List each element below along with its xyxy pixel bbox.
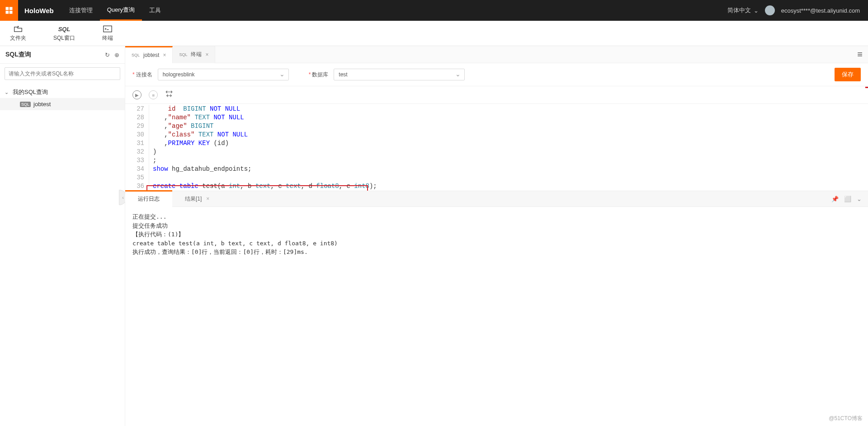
results-tab-label: 结果[1] [185, 195, 202, 203]
user-avatar[interactable] [765, 5, 775, 15]
top-bar: HoloWeb 连接管理Query查询工具 简体中文 ⌄ ecosyst****… [0, 0, 868, 21]
nav-item[interactable]: 工具 [142, 0, 168, 21]
app-logo[interactable] [0, 0, 18, 21]
results-tab[interactable]: 结果[1]× [172, 191, 222, 207]
format-icon[interactable] [165, 90, 173, 100]
line-gutter: 27282930313233343536 [125, 105, 149, 191]
editor-tab[interactable]: SQLjobtest× [125, 46, 173, 63]
code-editor[interactable]: 27282930313233343536 id BIGINT NOT NULL … [125, 103, 868, 191]
nav-item[interactable]: 连接管理 [62, 0, 100, 21]
add-icon[interactable]: ⊕ [114, 51, 119, 58]
database-label: *数据库 [309, 71, 329, 79]
connection-name-select[interactable]: hologresblink [158, 69, 289, 80]
tree-item-label: jobtest [33, 101, 51, 108]
results-toolbar: 📌⬜⌄ [831, 196, 868, 202]
top-right: 简体中文 ⌄ ecosyst****@test.aliyunid.com [727, 5, 868, 15]
toolbar-terminal-label: 终端 [102, 34, 113, 42]
main-area: SQL查询 ↻ ⊕ ⌄ 我的SQL查询 SQL jobtest ‹ SQLjob… [0, 46, 868, 426]
sidebar-title: SQL查询 [5, 51, 31, 59]
toolbar-sql-label: SQL窗口 [53, 34, 75, 42]
language-label: 简体中文 [727, 6, 751, 14]
tab-label: jobtest [143, 52, 159, 58]
sidebar-search-input[interactable] [5, 67, 120, 80]
svg-rect-1 [9, 7, 13, 10]
editor-tab[interactable]: SQL终端× [173, 46, 215, 63]
logo-icon [5, 6, 14, 15]
user-email: ecosyst****@test.aliyunid.com [781, 7, 860, 14]
results-tabs: 运行日志结果[1]×📌⬜⌄ [125, 191, 868, 207]
toolbar-folder[interactable]: 文件夹 [10, 24, 26, 42]
toolbar-sql-window[interactable]: SQL SQL窗口 [53, 24, 75, 42]
workspace-toolbar: 文件夹 SQL SQL窗口 终端 [0, 21, 868, 46]
save-button[interactable]: 保存 [835, 68, 861, 81]
code-content[interactable]: id BIGINT NOT NULL ,"name" TEXT NOT NULL… [149, 105, 868, 191]
tabs-menu-icon[interactable]: ≡ [852, 49, 868, 60]
tree-root-my-sql[interactable]: ⌄ 我的SQL查询 [5, 86, 120, 98]
connection-name-label: *连接名 [132, 71, 152, 79]
tab-label: 终端 [191, 51, 202, 58]
svg-rect-2 [6, 11, 9, 14]
collapse-icon[interactable]: ⌄ [857, 196, 862, 202]
results-tab-label: 运行日志 [138, 195, 160, 203]
terminal-icon [103, 24, 112, 33]
svg-rect-4 [104, 26, 112, 32]
sidebar-actions: ↻ ⊕ [105, 51, 119, 58]
top-nav: 连接管理Query查询工具 [62, 0, 168, 21]
refresh-icon[interactable]: ↻ [105, 51, 110, 58]
results-tab[interactable]: 运行日志 [125, 191, 172, 207]
sql-badge-icon: SQL [179, 52, 187, 57]
editor-tabs: SQLjobtest×SQL终端×≡ [125, 46, 868, 63]
close-icon[interactable]: × [163, 52, 166, 58]
sql-badge-icon: SQL [20, 102, 31, 107]
database-select[interactable]: test [334, 69, 465, 80]
svg-rect-0 [6, 7, 9, 10]
log-output: 正在提交... 提交任务成功 【执行代码：(1)】 create table t… [125, 207, 868, 426]
svg-rect-3 [9, 11, 13, 14]
editor-area: SQLjobtest×SQL终端×≡ *连接名 hologresblink *数… [125, 46, 868, 426]
toolbar-terminal[interactable]: 终端 [102, 24, 113, 42]
chevron-down-icon: ⌄ [5, 89, 10, 95]
sql-badge-icon: SQL [132, 53, 140, 57]
tree-item-jobtest[interactable]: SQL jobtest [0, 98, 125, 110]
sidebar: SQL查询 ↻ ⊕ ⌄ 我的SQL查询 SQL jobtest [0, 46, 125, 426]
chevron-down-icon: ⌄ [754, 7, 759, 14]
watermark: @51CTO博客 [829, 415, 863, 422]
toolbar-folder-label: 文件夹 [10, 34, 26, 42]
sidebar-header: SQL查询 ↻ ⊕ [0, 46, 125, 64]
run-button[interactable]: ▶ [132, 90, 142, 99]
stop-button[interactable]: ■ [149, 90, 158, 99]
sidebar-tree: ⌄ 我的SQL查询 SQL jobtest [0, 84, 125, 113]
expand-icon[interactable]: ⬜ [844, 196, 851, 202]
close-icon[interactable]: × [205, 51, 208, 58]
brand-name: HoloWeb [18, 7, 62, 14]
scroll-marker [865, 87, 868, 88]
editor-action-row: ▶ ■ [125, 86, 868, 103]
close-icon[interactable]: × [206, 196, 209, 202]
pin-icon[interactable]: 📌 [831, 196, 839, 202]
sql-icon: SQL [58, 24, 71, 33]
connection-row: *连接名 hologresblink *数据库 test 保存 [125, 63, 868, 86]
folder-plus-icon [14, 24, 23, 33]
tree-root-label: 我的SQL查询 [13, 88, 48, 96]
language-selector[interactable]: 简体中文 ⌄ [727, 6, 759, 14]
nav-item[interactable]: Query查询 [100, 0, 142, 21]
